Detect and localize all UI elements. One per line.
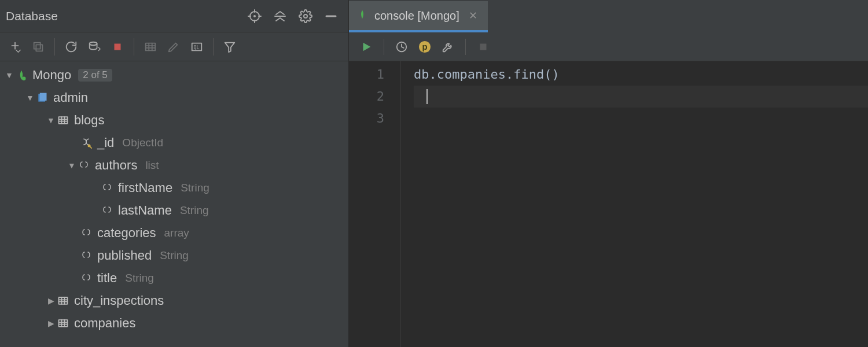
history-button[interactable] [390, 36, 413, 58]
tree-node-field-firstname[interactable]: firstName String [0, 176, 348, 199]
code-line-active[interactable] [414, 86, 868, 108]
settings-icon[interactable] [295, 6, 316, 27]
object-field-icon [100, 205, 115, 216]
tree-type: array [164, 227, 189, 239]
tab-label: console [Mongo] [374, 9, 459, 23]
editor-panel: console [Mongo] ✕ p 1 2 3 db.compan [349, 0, 868, 347]
database-panel: Database [0, 0, 349, 347]
svg-rect-33 [59, 297, 68, 304]
refresh-button[interactable] [60, 36, 83, 58]
tree-node-collection-blogs[interactable]: ▼ blogs [0, 109, 348, 131]
editor-content[interactable]: db.companies.find() [401, 61, 868, 347]
tree-label: lastName [118, 203, 172, 218]
svg-rect-46 [480, 43, 487, 50]
svg-rect-14 [115, 43, 121, 50]
code-line[interactable] [414, 108, 868, 130]
database-panel-header: Database [0, 0, 348, 32]
tree-node-collection-companies[interactable]: ▶ companies [0, 312, 348, 334]
open-console-button[interactable]: QL [185, 36, 208, 58]
svg-point-23 [22, 76, 26, 80]
mongo-leaf-icon [14, 69, 29, 81]
key-field-icon [79, 137, 94, 149]
collapse-all-icon[interactable] [270, 6, 290, 27]
parameters-button[interactable]: p [413, 36, 436, 58]
duplicate-button[interactable] [27, 36, 50, 58]
line-number: 3 [349, 108, 384, 130]
tree-node-field-authors[interactable]: ▼ authors list [0, 154, 348, 176]
tree-type: ObjectId [122, 136, 163, 149]
tree-label: published [97, 248, 152, 263]
database-tree[interactable]: ▼ Mongo 2 of 5 ▼ admin ▼ blogs _i [0, 61, 348, 347]
tree-label: _id [97, 135, 114, 150]
object-field-icon [100, 183, 115, 193]
object-field-icon [79, 228, 94, 238]
database-icon [35, 92, 50, 104]
svg-rect-12 [34, 42, 41, 49]
object-field-icon [79, 250, 94, 261]
svg-rect-11 [36, 45, 42, 51]
svg-point-7 [304, 14, 307, 18]
toolbar-separator [465, 39, 466, 55]
database-toolbar: QL [0, 32, 348, 61]
tab-console-mongo[interactable]: console [Mongo] ✕ [349, 1, 488, 32]
parameters-badge-text: p [422, 42, 427, 51]
tree-node-collection-city-inspections[interactable]: ▶ city_inspections [0, 289, 348, 312]
svg-point-1 [253, 15, 256, 17]
tree-node-database[interactable]: ▼ admin [0, 86, 348, 109]
tree-count-badge: 2 of 5 [78, 69, 112, 82]
settings-wrench-button[interactable] [436, 36, 459, 58]
tree-type: String [181, 182, 209, 194]
add-datasource-button[interactable] [3, 36, 27, 58]
close-tab-icon[interactable]: ✕ [469, 9, 477, 22]
svg-rect-15 [146, 43, 156, 50]
scroll-to-target-icon[interactable] [244, 6, 265, 27]
svg-marker-22 [225, 42, 235, 52]
chevron-right-icon[interactable]: ▶ [46, 319, 56, 328]
code-line[interactable]: db.companies.find() [414, 64, 868, 86]
svg-rect-38 [59, 320, 68, 327]
chevron-down-icon[interactable]: ▼ [5, 71, 14, 80]
tree-label: Mongo [32, 68, 71, 83]
chevron-down-icon[interactable]: ▼ [46, 116, 56, 125]
tree-node-field-categories[interactable]: categories array [0, 222, 348, 244]
line-number: 1 [349, 64, 384, 86]
tree-type: list [145, 159, 159, 172]
filter-button[interactable] [218, 36, 241, 58]
editor-toolbar: p [349, 32, 868, 61]
datasource-properties-button[interactable] [83, 36, 106, 58]
tree-label: categories [97, 226, 156, 241]
table-icon [56, 295, 71, 307]
stop-editor-button[interactable] [472, 36, 495, 58]
svg-rect-25 [40, 93, 47, 100]
svg-marker-43 [363, 42, 371, 51]
tree-node-field-title[interactable]: title String [0, 267, 348, 289]
code-editor[interactable]: 1 2 3 db.companies.find() [349, 61, 868, 347]
stop-button[interactable] [106, 36, 129, 58]
svg-line-32 [90, 146, 92, 148]
tree-node-field-published[interactable]: published String [0, 244, 348, 267]
editor-tabbar: console [Mongo] ✕ [349, 0, 868, 32]
table-view-button[interactable] [139, 36, 162, 58]
tree-node-datasource[interactable]: ▼ Mongo 2 of 5 [0, 64, 348, 86]
toolbar-separator [134, 38, 134, 56]
table-icon [56, 115, 71, 126]
tree-label: blogs [74, 113, 105, 128]
svg-text:QL: QL [194, 44, 200, 50]
tree-type: String [180, 204, 209, 217]
chevron-right-icon[interactable]: ▶ [46, 296, 56, 305]
tree-node-field-lastname[interactable]: lastName String [0, 199, 348, 222]
mongo-leaf-icon [357, 9, 367, 23]
tree-label: companies [74, 316, 135, 331]
chevron-down-icon[interactable]: ▼ [25, 93, 35, 102]
tree-label: firstName [118, 180, 172, 195]
object-field-icon [76, 160, 91, 171]
run-button[interactable] [355, 36, 378, 58]
edit-button[interactable] [162, 36, 185, 58]
tree-type: String [160, 249, 189, 262]
minimize-icon[interactable] [321, 6, 341, 27]
editor-gutter: 1 2 3 [349, 61, 401, 347]
text-caret [426, 89, 428, 104]
chevron-down-icon[interactable]: ▼ [67, 161, 76, 170]
tree-type: String [125, 272, 154, 285]
tree-node-field-id[interactable]: _id ObjectId [0, 131, 348, 154]
